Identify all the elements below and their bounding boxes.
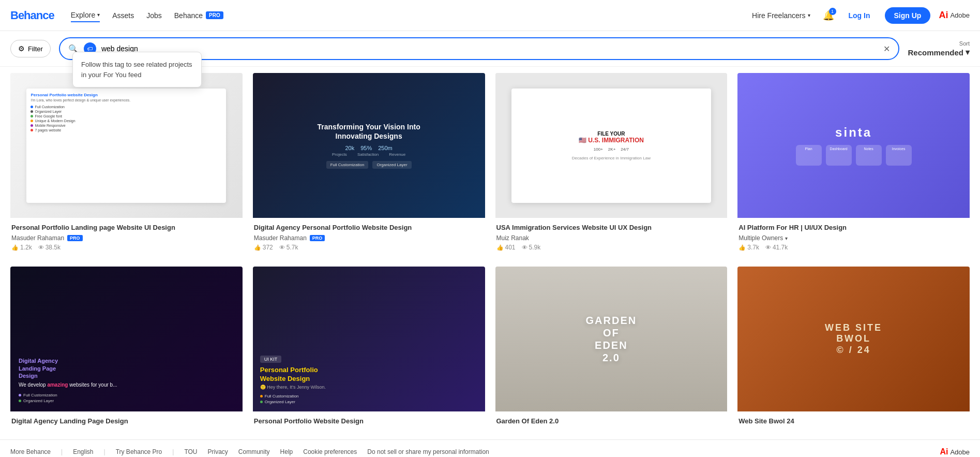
pro-tag: PRO <box>310 235 325 241</box>
behance-logo[interactable]: Behance <box>10 9 54 22</box>
card-info: Digital Agency Personal Portfolio Websit… <box>253 218 485 256</box>
pro-tag: PRO <box>67 235 83 241</box>
footer-help[interactable]: Help <box>280 448 293 455</box>
card-visual: Personal Portfolio website Design I'm Lo… <box>10 73 243 218</box>
card-stats: 👍3.7k 👁41.7k <box>738 244 969 251</box>
footer-try-pro[interactable]: Try Behance Pro <box>116 448 162 455</box>
project-card[interactable]: 🛒 US $25 Transforming Your Vision Into I… <box>253 73 485 256</box>
footer: More Behance | English | Try Behance Pro… <box>0 439 980 457</box>
clear-search-button[interactable]: ✕ <box>883 44 890 54</box>
navbar: Behance Explore ▾ Assets Jobs Behance PR… <box>0 0 980 31</box>
pro-badge: PRO <box>206 11 223 19</box>
card-visual: GARDENOFEDEN2.0 <box>495 267 728 411</box>
card-visual: FILE YOUR 🇺🇸 U.S. IMMIGRATION 100+2K+24/… <box>495 73 728 218</box>
view-icon: 👁 <box>279 244 285 250</box>
card-image: WEB SITEBWOL© / 24 <box>737 267 970 411</box>
adobe-icon-footer: Ai <box>940 447 948 456</box>
nav-jobs[interactable]: Jobs <box>146 9 162 22</box>
card-title: Garden Of Eden 2.0 <box>496 417 727 426</box>
like-icon: 👍 <box>254 244 261 251</box>
chevron-down-icon-sort: ▾ <box>966 48 970 57</box>
like-icon: 👍 <box>738 244 746 251</box>
card-title: Digital Agency Landing Page Design <box>11 417 242 426</box>
card-info: Web Site Bwol 24 <box>737 411 970 433</box>
card-title: USA Immigration Services Website UI UX D… <box>496 223 727 232</box>
like-icon: 👍 <box>496 244 504 251</box>
card-author: Masuder Rahaman PRO <box>254 234 484 242</box>
notification-bell[interactable]: 🔔 1 <box>823 10 834 21</box>
project-card[interactable]: 🛒 US $21 Personal Portfolio website Desi… <box>10 73 243 256</box>
footer-language[interactable]: English <box>73 448 93 455</box>
view-icon: 👁 <box>522 244 527 250</box>
filter-button[interactable]: ⚙ Filter <box>10 40 51 57</box>
card-stats: 👍372 👁5.7k <box>254 244 484 251</box>
card-title: Personal Portfolio Landing page Website … <box>11 223 242 232</box>
footer-more-behance[interactable]: More Behance <box>10 448 51 455</box>
nav-hire-freelancers[interactable]: Hire Freelancers ▾ <box>752 9 810 22</box>
card-image: 🛒 US $25 Transforming Your Vision Into I… <box>253 73 485 218</box>
notification-badge: 1 <box>829 8 836 15</box>
card-image: 🛒 US $50 FILE YOUR 🇺🇸 U.S. IMMIGRATION 1… <box>495 73 728 218</box>
card-author: Muiz Ranak <box>496 234 727 242</box>
card-author: Multiple Owners ▾ <box>738 234 969 242</box>
card-title: Personal Portfolio Website Design <box>254 417 484 426</box>
card-info: Garden Of Eden 2.0 <box>495 411 728 433</box>
nav-right: 🔔 1 Log In Sign Up Ai Adobe <box>823 7 970 24</box>
view-icon: 👁 <box>765 244 771 250</box>
nav-assets[interactable]: Assets <box>112 9 134 22</box>
footer-tou[interactable]: TOU <box>184 448 197 455</box>
sort-button[interactable]: Recommended ▾ <box>908 48 970 57</box>
login-button[interactable]: Log In <box>842 8 877 23</box>
card-info: AI Platform For HR | UI/UX Design Multip… <box>737 218 970 256</box>
chevron-down-icon-hire: ▾ <box>808 12 810 18</box>
adobe-logo: Ai Adobe <box>939 10 970 21</box>
sort-area: Sort Recommended ▾ <box>908 40 970 57</box>
project-card[interactable]: WEB SITEBWOL© / 24 Web Site Bwol 24 <box>737 267 970 433</box>
card-visual: sinta Plan Dashboard Notes Invoices <box>737 73 970 218</box>
project-card[interactable]: 🛒 US $50 FILE YOUR 🇺🇸 U.S. IMMIGRATION 1… <box>495 73 728 256</box>
search-input[interactable] <box>101 45 879 53</box>
card-visual: Transforming Your Vision Into Innovating… <box>253 73 485 218</box>
nav-explore[interactable]: Explore ▾ <box>71 9 100 22</box>
signup-button[interactable]: Sign Up <box>885 7 931 24</box>
adobe-icon: Ai <box>939 10 948 21</box>
nav-behance-pro[interactable]: Behance PRO <box>174 9 223 22</box>
footer-do-not-sell[interactable]: Do not sell or share my personal informa… <box>367 448 489 455</box>
footer-privacy[interactable]: Privacy <box>208 448 228 455</box>
tag-tooltip: Follow this tag to see related projects … <box>72 52 202 87</box>
card-title: Digital Agency Personal Portfolio Websit… <box>254 223 484 232</box>
card-image: 🛒 US $21 Digital AgencyLanding PageDesig… <box>10 267 243 411</box>
filter-icon: ⚙ <box>18 45 25 53</box>
project-card[interactable]: 🛒 US $21 Digital AgencyLanding PageDesig… <box>10 267 243 433</box>
footer-cookie-prefs[interactable]: Cookie preferences <box>303 448 357 455</box>
chevron-down-icon-owners: ▾ <box>785 235 788 241</box>
footer-adobe: Ai Adobe <box>940 447 970 456</box>
chevron-down-icon: ▾ <box>97 12 100 18</box>
project-card[interactable]: sinta Plan Dashboard Notes Invoices AI P… <box>737 73 970 256</box>
card-info: USA Immigration Services Website UI UX D… <box>495 218 728 256</box>
card-visual: UI KIT Personal PortfolioWebsite Design … <box>253 267 485 411</box>
project-card[interactable]: 🛒 US $21 UI KIT Personal PortfolioWebsit… <box>253 267 485 433</box>
sort-label: Sort <box>959 40 970 47</box>
card-stats: 👍401 👁5.9k <box>496 244 727 251</box>
card-visual: WEB SITEBWOL© / 24 <box>737 267 970 411</box>
projects-grid: 🛒 US $21 Personal Portfolio website Desi… <box>0 67 980 439</box>
card-image: 🛒 US $21 Personal Portfolio website Desi… <box>10 73 243 218</box>
project-card[interactable]: GARDENOFEDEN2.0 Garden Of Eden 2.0 <box>495 267 728 433</box>
card-image: sinta Plan Dashboard Notes Invoices <box>737 73 970 218</box>
card-info: Digital Agency Landing Page Design <box>10 411 243 433</box>
card-image: 🛒 US $21 UI KIT Personal PortfolioWebsit… <box>253 267 485 411</box>
card-author: Masuder Rahaman PRO <box>11 234 242 242</box>
card-stats: 👍1.2k 👁38.5k <box>11 244 242 251</box>
card-visual: Digital AgencyLanding PageDesign We deve… <box>10 267 243 411</box>
footer-community[interactable]: Community <box>238 448 270 455</box>
view-icon: 👁 <box>38 244 44 250</box>
card-title: Web Site Bwol 24 <box>738 417 969 426</box>
card-image: GARDENOFEDEN2.0 <box>495 267 728 411</box>
card-info: Personal Portfolio Website Design <box>253 411 485 433</box>
card-info: Personal Portfolio Landing page Website … <box>10 218 243 256</box>
card-title: AI Platform For HR | UI/UX Design <box>738 223 969 232</box>
like-icon: 👍 <box>11 244 19 251</box>
